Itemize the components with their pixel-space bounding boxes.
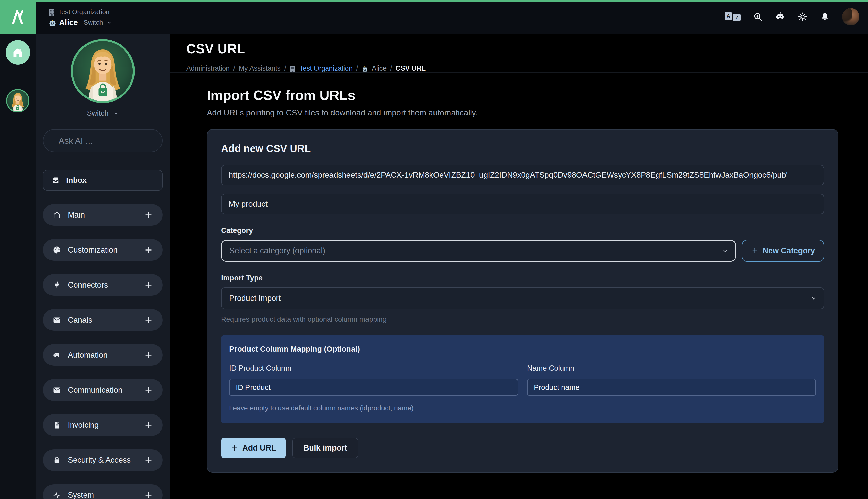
- envelope-icon: [52, 386, 61, 394]
- sidebar-item-communication[interactable]: Communication: [43, 379, 163, 401]
- theme-sun-icon[interactable]: [797, 12, 808, 22]
- form-actions: Add URL Bulk import: [221, 438, 824, 459]
- sidebar-item-inbox[interactable]: Inbox: [43, 170, 163, 191]
- inbox-tray-icon: [51, 175, 60, 185]
- robot-icon[interactable]: [775, 12, 785, 22]
- section-heading: Import CSV from URLs: [207, 87, 838, 103]
- sidebar-item-main[interactable]: Main: [43, 204, 163, 226]
- assistant-row[interactable]: Alice Switch: [48, 18, 112, 27]
- user-avatar[interactable]: [842, 8, 859, 25]
- import-type-select[interactable]: Product Import: [221, 287, 824, 309]
- csv-url-input[interactable]: [221, 165, 824, 185]
- breadcrumb-current: CSV URL: [396, 64, 426, 72]
- category-label: Category: [221, 227, 824, 235]
- mapping-help: Leave empty to use default column names …: [229, 404, 816, 412]
- category-placeholder: Select a category (optional): [230, 246, 325, 255]
- sidebar-item-security[interactable]: Security & Access: [43, 449, 163, 471]
- bulk-import-label: Bulk import: [304, 443, 347, 452]
- home-button[interactable]: [5, 40, 30, 65]
- breadcrumb-my-assistants[interactable]: My Assistants: [239, 64, 281, 72]
- sidebar-item-label: Connectors: [68, 280, 108, 290]
- sidebar-item-label: System: [68, 491, 94, 499]
- sidebar-item-system[interactable]: System: [43, 484, 163, 499]
- app-logo[interactable]: [0, 0, 36, 34]
- add-icon[interactable]: [144, 316, 153, 325]
- building-icon: [290, 66, 296, 73]
- robot-emoji-icon: [48, 20, 56, 27]
- column-mapping-panel: Product Column Mapping (Optional) ID Pro…: [221, 335, 824, 423]
- id-column-label: ID Product Column: [229, 364, 518, 372]
- import-type-label: Import Type: [221, 274, 824, 282]
- lock-icon: [52, 456, 61, 464]
- translate-z-glyph: Z: [733, 14, 741, 21]
- name-column-field: Name Column: [527, 364, 816, 396]
- name-column-input[interactable]: [527, 379, 816, 396]
- add-icon[interactable]: [144, 280, 153, 290]
- assistant-avatar-small[interactable]: [6, 89, 29, 112]
- breadcrumb-separator: /: [233, 64, 235, 72]
- breadcrumb-test-organization[interactable]: Test Organization: [299, 64, 353, 72]
- breadcrumb-administration[interactable]: Administration: [186, 64, 230, 72]
- sidebar-item-connectors[interactable]: Connectors: [43, 274, 163, 296]
- zoom-in-icon[interactable]: [753, 12, 763, 22]
- app-root: Test Organization Alice Switch A Z: [0, 0, 868, 499]
- page-body: Import CSV from URLs Add URLs pointing t…: [170, 73, 868, 499]
- sidebar-item-canals[interactable]: Canals: [43, 309, 163, 331]
- notifications-bell-icon[interactable]: [820, 12, 830, 22]
- robot-icon: [52, 351, 61, 360]
- building-icon: [48, 9, 55, 16]
- add-icon[interactable]: [144, 386, 153, 395]
- section-subheading: Add URLs pointing to CSV files to downlo…: [207, 108, 838, 118]
- category-row: Select a category (optional) New Categor…: [221, 240, 824, 262]
- add-url-button[interactable]: Add URL: [221, 438, 286, 459]
- sidebar-item-label: Security & Access: [68, 455, 131, 465]
- add-csv-url-card: Add new CSV URL Category Select a catego…: [207, 129, 838, 473]
- sidebar-item-label: Communication: [68, 386, 122, 395]
- invoice-icon: [52, 421, 61, 429]
- topbar-actions: A Z: [725, 8, 868, 25]
- switch-label[interactable]: Switch: [84, 19, 103, 26]
- sidebar-item-label: Automation: [68, 351, 108, 360]
- breadcrumb-separator: /: [356, 64, 358, 72]
- new-category-label: New Category: [763, 246, 815, 255]
- add-icon[interactable]: [144, 245, 153, 255]
- assistant-name: Alice: [59, 18, 78, 27]
- breadcrumb-separator: /: [284, 64, 286, 72]
- assistant-avatar-large[interactable]: [71, 39, 135, 103]
- chevron-down-icon: [106, 20, 112, 26]
- palette-icon: [52, 246, 61, 254]
- add-icon[interactable]: [144, 455, 153, 465]
- add-icon[interactable]: [144, 421, 153, 430]
- org-name-row: Test Organization: [48, 8, 112, 16]
- new-category-button[interactable]: New Category: [742, 240, 824, 262]
- robot-emoji-icon: [362, 66, 368, 73]
- name-column-label: Name Column: [527, 364, 816, 372]
- chevron-down-icon: [113, 111, 119, 116]
- add-icon[interactable]: [144, 351, 153, 360]
- breadcrumb-alice[interactable]: Alice: [372, 64, 387, 72]
- sidebar-item-label: Customization: [68, 245, 118, 255]
- sidebar-item-automation[interactable]: Automation: [43, 344, 163, 366]
- page-header: CSV URL Administration / My Assistants /…: [170, 34, 868, 73]
- sidebar-item-label: Invoicing: [68, 421, 99, 430]
- translate-icon[interactable]: A Z: [725, 12, 741, 21]
- sidebar-item-invoicing[interactable]: Invoicing: [43, 414, 163, 436]
- org-name: Test Organization: [58, 8, 109, 16]
- sidebar-item-label: Main: [68, 210, 85, 220]
- card-title: Add new CSV URL: [221, 143, 824, 154]
- top-accent-bar: [0, 0, 868, 1]
- product-name-input[interactable]: [221, 194, 824, 214]
- add-icon[interactable]: [144, 210, 153, 220]
- category-select[interactable]: Select a category (optional): [221, 240, 736, 262]
- assistant-switcher[interactable]: Switch: [43, 109, 163, 118]
- add-icon[interactable]: [144, 491, 153, 499]
- import-type-value: Product Import: [229, 294, 281, 303]
- id-column-input[interactable]: [229, 379, 518, 396]
- topbar: Test Organization Alice Switch A Z: [0, 0, 868, 34]
- ask-ai-input[interactable]: [59, 136, 171, 146]
- bulk-import-button[interactable]: Bulk import: [292, 438, 358, 459]
- chevron-down-icon: [722, 247, 729, 254]
- sidebar-item-customization[interactable]: Customization: [43, 239, 163, 261]
- chevron-down-icon: [810, 295, 817, 302]
- id-column-field: ID Product Column: [229, 364, 518, 396]
